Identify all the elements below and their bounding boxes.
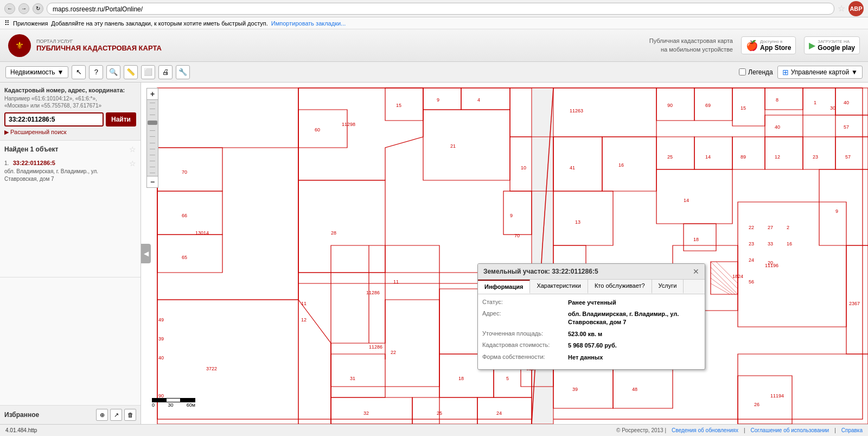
app-store-button[interactable]: 🍎 Доступно в App Store: [741, 36, 796, 54]
search-row: Найти: [4, 112, 136, 127]
svg-text:25: 25: [667, 154, 673, 160]
area-row: Уточненная площадь: 523.00 кв. м: [482, 330, 700, 338]
svg-text:32: 32: [363, 410, 369, 416]
settings-tool[interactable]: 🔧: [176, 65, 190, 79]
tab-information[interactable]: Информация: [478, 280, 530, 294]
search-input[interactable]: [4, 112, 104, 127]
refresh-button[interactable]: ↻: [33, 3, 43, 14]
svg-text:40: 40: [844, 100, 849, 105]
zoom-in-button[interactable]: +: [146, 88, 158, 100]
info-popup-title: Земельный участок: 33:22:011286:5: [483, 268, 598, 275]
results-count: Найден 1 объект: [4, 146, 59, 153]
zoom-slider[interactable]: [146, 100, 158, 176]
cursor-tool[interactable]: ↖: [72, 65, 86, 79]
measure-area-tool[interactable]: ⬜: [141, 65, 155, 79]
scale-ruler: [152, 398, 195, 402]
map-container[interactable]: 11298 13014 11263 3722 11286 11196 11194: [141, 83, 868, 424]
address-bar[interactable]: maps.rosreestr.ru/PortalOnline/: [47, 3, 834, 15]
search-label: Кадастровый номер, адрес, координата:: [4, 87, 136, 93]
svg-text:65: 65: [182, 255, 187, 260]
svg-text:70: 70: [514, 233, 520, 238]
svg-text:39: 39: [572, 387, 578, 392]
page-header: ⚜ ПОРТАЛ УСЛУГ ПУБЛИЧНАЯ КАДАСТРОВАЯ КАР…: [0, 29, 868, 62]
status-label: Статус:: [482, 299, 564, 307]
tab-services[interactable]: Услуги: [652, 280, 684, 294]
back-button[interactable]: ←: [4, 3, 15, 14]
svg-text:24: 24: [749, 257, 754, 263]
result-address: обл. Владимирская, г. Владимир., ул.Став…: [4, 168, 136, 183]
svg-text:11194: 11194: [770, 393, 784, 399]
area-label: Уточненная площадь:: [482, 330, 564, 338]
svg-text:16: 16: [618, 162, 624, 168]
favorites-delete-button[interactable]: 🗑: [124, 409, 136, 421]
footer-version: 4.01.484.http: [5, 427, 37, 433]
user-avatar[interactable]: АВР: [848, 1, 864, 16]
scale-bar: 0 30 60м: [152, 398, 195, 408]
favorites-add-button[interactable]: ⊕: [96, 409, 108, 421]
svg-text:41: 41: [570, 165, 575, 170]
zoom-out-button[interactable]: −: [146, 176, 158, 188]
svg-text:11: 11: [301, 301, 307, 306]
svg-text:10: 10: [521, 165, 526, 170]
svg-text:15: 15: [741, 105, 746, 111]
svg-text:4: 4: [477, 97, 480, 103]
search-area: Кадастровый номер, адрес, координата: На…: [0, 83, 141, 141]
svg-text:15: 15: [396, 103, 401, 108]
zoom-handle[interactable]: [148, 121, 157, 125]
toolbar: Недвижимость ▼ ↖ ? 🔍 📏 ⬜ 🖨 🔧 Легенда ⊞ У…: [0, 62, 868, 83]
svg-text:33: 33: [768, 241, 773, 247]
tab-characteristics[interactable]: Характеристики: [530, 280, 588, 294]
svg-text:9: 9: [835, 208, 838, 214]
legend-checkbox[interactable]: [739, 68, 746, 75]
advanced-search-link[interactable]: ▶ Расширенный поиск: [4, 129, 136, 136]
svg-text:3722: 3722: [206, 366, 217, 371]
download-label: ЗАГРУЗИТЕ НА: [818, 39, 855, 44]
import-bookmarks-link[interactable]: Импортировать закладки...: [271, 20, 346, 27]
area-value: 523.00 кв. м: [568, 330, 602, 338]
portal-title: ПУБЛИЧНАЯ КАДАСТРОВАЯ КАРТА: [36, 44, 162, 52]
forward-button[interactable]: →: [18, 3, 29, 14]
footer-help-link[interactable]: Справка: [841, 427, 863, 433]
portal-text: ПОРТАЛ УСЛУГ ПУБЛИЧНАЯ КАДАСТРОВАЯ КАРТА: [36, 39, 162, 52]
svg-text:11298: 11298: [342, 122, 355, 127]
realty-dropdown[interactable]: Недвижимость ▼: [5, 66, 68, 78]
search-button[interactable]: Найти: [106, 112, 136, 127]
info-tool[interactable]: ?: [89, 65, 103, 79]
favorite-results-icon[interactable]: ☆: [129, 145, 136, 154]
svg-text:21: 21: [450, 143, 456, 149]
manage-map-button[interactable]: ⊞ Управление картой ▼: [777, 66, 863, 79]
result-item: 1. 33:22:011286:5 ☆ обл. Владимирская, г…: [4, 157, 136, 185]
result-favorite-icon[interactable]: ☆: [129, 159, 136, 168]
print-tool[interactable]: 🖨: [158, 65, 173, 79]
info-popup-close-button[interactable]: ✕: [693, 267, 699, 276]
map-svg: 11298 13014 11263 3722 11286 11196 11194: [141, 83, 868, 424]
googleplay-label: Google play: [818, 44, 855, 52]
browser-chrome: ← → ↻ maps.rosreestr.ru/PortalOnline/ ☆ …: [0, 0, 868, 17]
status-row: Статус: Ранее учтенный: [482, 299, 700, 307]
sidebar-collapse-button[interactable]: ◀: [141, 244, 151, 263]
favorites-export-button[interactable]: ↗: [110, 409, 122, 421]
search-tool[interactable]: 🔍: [106, 65, 120, 79]
sidebar: Кадастровый номер, адрес, координата: На…: [0, 83, 141, 424]
footer-agreement-link[interactable]: Соглашение об использовании: [751, 427, 829, 433]
google-play-button[interactable]: ▶ ЗАГРУЗИТЕ НА Google play: [804, 36, 860, 54]
svg-text:31: 31: [350, 376, 355, 381]
cadastr-cost-value: 5 968 057.60 руб.: [568, 342, 617, 350]
svg-text:23: 23: [749, 241, 754, 247]
svg-text:8: 8: [776, 97, 778, 103]
svg-text:57: 57: [844, 124, 849, 130]
svg-text:57: 57: [845, 154, 851, 160]
measure-tool[interactable]: 📏: [124, 65, 138, 79]
svg-text:12: 12: [301, 317, 307, 323]
legend-checkbox-label[interactable]: Легенда: [739, 68, 773, 76]
svg-text:40: 40: [775, 124, 780, 130]
info-popup-tabs: Информация Характеристики Кто обслуживае…: [478, 280, 705, 294]
result-link[interactable]: 33:22:011286:5: [13, 160, 55, 166]
apple-icon: 🍎: [746, 40, 758, 52]
svg-text:2367: 2367: [849, 301, 860, 306]
svg-text:5: 5: [506, 376, 509, 381]
footer-copyright: © Росреестр, 2013 |: [616, 427, 666, 433]
svg-text:12: 12: [775, 154, 780, 160]
footer-updates-link[interactable]: Сведения об обновлениях: [672, 427, 738, 433]
tab-service[interactable]: Кто обслуживает?: [588, 280, 652, 294]
